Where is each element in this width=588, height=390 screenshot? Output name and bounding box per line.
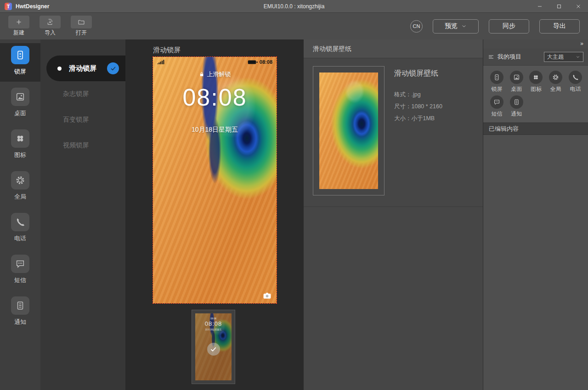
app-name: HwtDesigner <box>16 3 49 10</box>
maximize-icon <box>556 4 562 9</box>
open-button-label: 打开 <box>76 29 87 37</box>
project-panel-title: 我的项目 <box>498 53 521 61</box>
check-icon <box>110 65 117 72</box>
sidebar-item-desktop[interactable]: 桌面 <box>0 85 40 123</box>
subnav-item-video-lockscreen[interactable]: 视频锁屏 <box>40 133 125 158</box>
module-desktop[interactable]: 桌面 <box>507 71 526 93</box>
module-lockscreen[interactable]: 锁屏 <box>487 71 507 93</box>
desktop-icon <box>513 74 520 81</box>
minimize-button[interactable] <box>530 0 549 12</box>
theme-type-select[interactable]: 大主题 <box>544 52 583 62</box>
wallpaper-thumbnail-selected[interactable]: 08:08 08:08 10月18日星期五 <box>192 310 235 384</box>
open-button[interactable]: 打开 <box>71 16 92 37</box>
preview-button-label: 预览 <box>445 22 458 30</box>
wallpaper-card-title: 滑动锁屏壁纸 <box>394 69 442 78</box>
project-panel-header: 我的项目 大主题 <box>483 49 588 66</box>
panel-collapse-button[interactable]: » <box>483 39 588 49</box>
check-icon <box>209 345 217 353</box>
module-sms[interactable]: 短信 <box>487 95 507 118</box>
app-window: T HwtDesigner EMUI10.0.0 : xitongzhijia … <box>0 0 588 390</box>
toolbar-left-group: 新建 导入 打开 <box>8 16 92 37</box>
module-label: 桌面 <box>511 85 522 93</box>
sidebar-item-notification[interactable]: 通知 <box>0 294 40 332</box>
phone-icon <box>572 74 579 81</box>
sidebar-item-global[interactable]: 全局 <box>0 168 40 207</box>
sidebar-item-phone[interactable]: 电话 <box>0 210 40 249</box>
sidebar-item-label: 图标 <box>14 151 26 159</box>
lock-screen-icon <box>15 50 25 60</box>
close-button[interactable] <box>569 0 588 12</box>
notification-icon <box>15 301 25 311</box>
module-icons[interactable]: 图标 <box>526 71 546 93</box>
maximize-button[interactable] <box>549 0 569 12</box>
toolbar-right-group: CN 预览 同步 导出 <box>410 19 580 33</box>
wallpaper-panel-body: 滑动锁屏壁纸 格式：.jpg 尺寸：1080 * 2160 大小：小于1MB <box>304 58 483 203</box>
global-gear-icon <box>552 74 559 81</box>
module-label: 短信 <box>491 110 502 118</box>
lockscreen-wallpaper-image: 08:08 上滑解锁 08:08 10月18日星期五 <box>153 57 277 303</box>
subnav-item-slide-lockscreen[interactable]: 滑动锁屏 <box>46 56 125 81</box>
sms-icon <box>15 259 25 269</box>
filesize-label: 大小： <box>394 115 412 122</box>
sync-button[interactable]: 同步 <box>489 19 529 33</box>
theme-type-value: 大主题 <box>547 53 564 61</box>
statusbar-time: 08:08 <box>260 59 272 65</box>
preview-button[interactable]: 预览 <box>433 19 479 33</box>
module-label: 锁屏 <box>491 85 502 93</box>
selected-check-badge <box>107 62 119 74</box>
subnav-item-variable-lockscreen[interactable]: 百变锁屏 <box>40 107 125 133</box>
import-button[interactable]: 导入 <box>40 16 61 37</box>
thumbnail-clock: 08:08 <box>195 320 232 327</box>
wallpaper-panel-header: 滑动锁屏壁纸 <box>304 39 483 58</box>
format-value: .jpg <box>412 91 421 98</box>
sync-button-label: 同步 <box>503 22 515 30</box>
wallpaper-format-row: 格式：.jpg <box>394 91 442 99</box>
unlock-hint: 上滑解锁 <box>153 70 277 78</box>
toolbar: 新建 导入 打开 CN 预览 同步 导出 <box>0 13 588 39</box>
language-button[interactable]: CN <box>410 20 423 33</box>
wallpaper-card-image <box>319 72 378 189</box>
battery-icon <box>248 60 258 65</box>
new-button[interactable]: 新建 <box>8 16 29 37</box>
sidebar-item-sms[interactable]: 短信 <box>0 252 40 290</box>
icons-icon <box>15 134 25 144</box>
wallpaper-card-info: 滑动锁屏壁纸 格式：.jpg 尺寸：1080 * 2160 大小：小于1MB <box>394 66 442 195</box>
app-logo-icon: T <box>5 3 12 10</box>
wallpaper-card-thumbnail[interactable] <box>313 66 384 195</box>
lock-icon <box>199 72 204 77</box>
folder-icon <box>78 18 85 26</box>
filesize-value: 小于1MB <box>412 115 435 122</box>
sidebar-item-lockscreen[interactable]: 锁屏 <box>0 43 40 82</box>
phone-statusbar: 08:08 <box>157 59 272 65</box>
preview-canvas: 滑动锁屏 08:08 上滑解锁 08:08 10月18日星期五 <box>125 39 304 390</box>
project-modules-grid: 锁屏 桌面 图标 全局 电话 短信 <box>483 66 588 123</box>
project-list-icon <box>488 54 494 60</box>
wallpaper-filesize-row: 大小：小于1MB <box>394 115 442 123</box>
lockscreen-preview[interactable]: 08:08 上滑解锁 08:08 10月18日星期五 <box>153 56 277 304</box>
module-label: 全局 <box>550 85 561 93</box>
module-notification[interactable]: 通知 <box>507 95 526 118</box>
module-label: 图标 <box>531 85 542 93</box>
export-button[interactable]: 导出 <box>539 19 580 33</box>
sidebar-item-icons[interactable]: 图标 <box>0 127 40 165</box>
global-gear-icon <box>15 175 25 185</box>
unlock-hint-text: 上滑解锁 <box>207 70 231 78</box>
lockscreen-type-sidebar: 滑动锁屏 杂志锁屏 百变锁屏 视频锁屏 <box>40 39 125 390</box>
module-phone[interactable]: 电话 <box>565 71 585 93</box>
sidebar-item-label: 通知 <box>14 318 26 326</box>
module-label: 电话 <box>570 85 581 93</box>
selected-bullet <box>57 67 62 71</box>
window-controls <box>530 0 588 12</box>
lock-screen-icon <box>493 74 500 81</box>
sidebar-item-label: 全局 <box>14 193 26 201</box>
thumbnail-wallpaper-image: 08:08 08:08 10月18日星期五 <box>195 313 232 380</box>
subnav-item-magazine-lockscreen[interactable]: 杂志锁屏 <box>40 81 125 107</box>
sms-icon <box>493 99 500 106</box>
module-global[interactable]: 全局 <box>546 71 565 93</box>
export-button-label: 导出 <box>553 22 566 30</box>
sidebar-item-label: 桌面 <box>14 109 26 117</box>
new-button-label: 新建 <box>13 29 24 37</box>
size-label: 尺寸： <box>394 103 412 110</box>
phone-icon <box>15 217 25 227</box>
panel-divider <box>304 206 483 207</box>
